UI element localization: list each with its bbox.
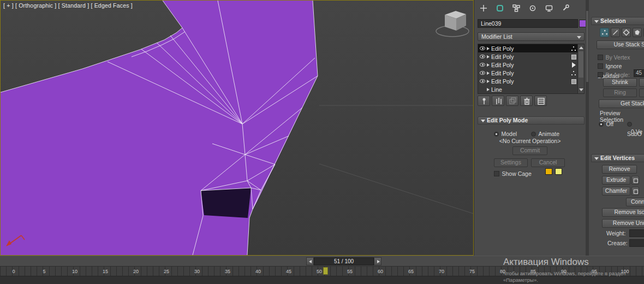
panel-scrollbar[interactable] bbox=[586, 0, 589, 256]
modifier-stack-row[interactable]: Edit Poly bbox=[478, 52, 578, 61]
eye-icon[interactable] bbox=[480, 46, 485, 50]
motion-tab[interactable] bbox=[527, 2, 539, 14]
next-frame-button[interactable] bbox=[374, 257, 381, 265]
border-subobject-icon[interactable] bbox=[622, 28, 631, 37]
ruler-tick-label: 85 bbox=[530, 269, 536, 274]
modifier-list-dropdown[interactable]: Modifier List bbox=[478, 32, 585, 41]
expand-icon[interactable] bbox=[487, 55, 490, 58]
scroll-down-icon[interactable] bbox=[579, 88, 583, 91]
ruler-tick-label: 35 bbox=[225, 269, 230, 274]
selection-rollout-header[interactable]: Selection bbox=[591, 17, 644, 25]
viewport-label[interactable]: [ + ] [ Orthographic ] [ Standard ] [ Ed… bbox=[3, 2, 133, 9]
chamfer-button[interactable]: Chamfer bbox=[602, 187, 630, 196]
checkbox-icon bbox=[598, 63, 603, 69]
remove-isolated-button[interactable]: Remove Isolat bbox=[602, 208, 644, 217]
utilities-tab[interactable] bbox=[559, 2, 571, 14]
extrude-button[interactable]: Extrude bbox=[602, 176, 630, 185]
loop-button[interactable] bbox=[639, 88, 644, 97]
rollout-collapse-icon bbox=[594, 20, 599, 23]
polygon-subobject-icon[interactable] bbox=[633, 28, 642, 37]
rollout-title: Selection bbox=[600, 17, 626, 24]
object-name-field[interactable]: Line039 bbox=[478, 19, 578, 28]
arrow-icon bbox=[571, 62, 576, 68]
remove-modifier-button[interactable] bbox=[520, 96, 533, 106]
vertex-subobject-icon[interactable] bbox=[600, 28, 609, 37]
viewport[interactable]: [ + ] [ Orthographic ] [ Standard ] [ Ed… bbox=[0, 0, 474, 256]
ruler-tick-label: 50 bbox=[317, 269, 322, 274]
time-slider-value[interactable]: 51 / 100 bbox=[314, 257, 374, 265]
timeline-ruler[interactable]: 0510152025303540455055606570758085909510… bbox=[0, 266, 644, 276]
make-unique-button[interactable] bbox=[506, 96, 518, 106]
previous-frame-button[interactable] bbox=[306, 257, 314, 265]
edit-vertices-rollout-header[interactable]: Edit Vertices bbox=[591, 154, 644, 162]
commit-button[interactable]: Commit bbox=[512, 146, 547, 155]
crease-spinner[interactable] bbox=[629, 239, 644, 247]
track-bar[interactable] bbox=[0, 276, 644, 284]
remove-button[interactable]: Remove bbox=[602, 165, 637, 174]
cage-color-swatch-2[interactable] bbox=[555, 168, 562, 175]
ruler-tick-label: 25 bbox=[164, 269, 169, 274]
show-cage-checkbox[interactable]: Show Cage bbox=[494, 168, 532, 178]
display-tab[interactable] bbox=[543, 2, 555, 14]
modifier-stack-row[interactable]: Edit Poly bbox=[478, 61, 578, 69]
eye-icon[interactable] bbox=[480, 55, 485, 58]
modifier-stack-row[interactable]: Edit Poly bbox=[478, 44, 578, 52]
edit-poly-mode-rollout-header[interactable]: Edit Poly Mode bbox=[478, 116, 585, 125]
modifier-label: Edit Poly bbox=[491, 62, 514, 68]
settings-button[interactable]: Settings bbox=[494, 158, 528, 167]
modify-tab[interactable] bbox=[494, 2, 506, 14]
modifier-label: Edit Poly bbox=[491, 45, 514, 52]
ruler-tick-label: 60 bbox=[378, 269, 383, 274]
get-stack-selection-button[interactable]: Get Stack S bbox=[599, 99, 644, 108]
cancel-button[interactable]: Cancel bbox=[531, 158, 565, 167]
ruler-tick-label: 5 bbox=[43, 269, 45, 274]
viewcube[interactable] bbox=[436, 11, 469, 37]
show-end-result-button[interactable] bbox=[492, 96, 504, 106]
eye-icon[interactable] bbox=[480, 79, 485, 83]
eye-icon[interactable] bbox=[480, 63, 485, 67]
pin-stack-button[interactable] bbox=[478, 96, 490, 106]
expand-icon[interactable] bbox=[487, 80, 490, 83]
configure-modifier-sets-button[interactable] bbox=[534, 96, 547, 106]
ruler-tick-label: 95 bbox=[592, 269, 597, 274]
time-slider-strip[interactable]: 51 / 100 bbox=[0, 256, 644, 266]
remove-unused-button[interactable]: Remove Unuse bbox=[602, 219, 644, 228]
checkbox-icon bbox=[598, 72, 603, 78]
expand-icon[interactable] bbox=[487, 63, 490, 67]
stack-scrollbar[interactable] bbox=[577, 44, 584, 93]
scroll-up-icon[interactable] bbox=[579, 46, 583, 49]
model-radio[interactable]: Model bbox=[494, 128, 517, 138]
cage-color-swatch-1[interactable] bbox=[545, 168, 552, 175]
animate-radio[interactable]: Animate bbox=[531, 128, 559, 138]
ring-button[interactable]: Ring bbox=[603, 88, 637, 97]
scroll-thumb[interactable] bbox=[579, 51, 583, 78]
current-frame-marker[interactable] bbox=[323, 267, 328, 275]
weight-spinner[interactable] bbox=[629, 229, 644, 237]
modifier-stack-row[interactable]: Edit Poly bbox=[478, 77, 578, 85]
ruler-tick-label: 80 bbox=[500, 269, 505, 274]
rollout-title: Edit Vertices bbox=[600, 155, 635, 161]
preview-off-radio[interactable]: Off bbox=[599, 119, 613, 128]
ruler-tick-label: 70 bbox=[439, 269, 444, 274]
modifier-stack-row[interactable]: Edit Poly bbox=[478, 69, 578, 77]
by-angle-spinner[interactable]: 45 bbox=[634, 69, 644, 77]
hierarchy-tab[interactable] bbox=[510, 2, 522, 14]
expand-icon[interactable] bbox=[487, 88, 490, 91]
use-stack-selection-button[interactable]: Use Stack Selec bbox=[597, 40, 644, 49]
modifier-stack-row[interactable]: Line bbox=[478, 85, 578, 93]
shrink-button[interactable]: Shrink bbox=[603, 78, 637, 87]
radio-icon bbox=[494, 132, 499, 137]
chamfer-settings-button[interactable] bbox=[631, 187, 639, 196]
expand-icon[interactable] bbox=[487, 72, 490, 75]
eye-icon[interactable] bbox=[480, 71, 485, 75]
connect-button[interactable]: Conne bbox=[626, 198, 644, 206]
create-tab[interactable] bbox=[478, 2, 490, 14]
extrude-settings-button[interactable] bbox=[631, 176, 639, 185]
time-slider-grip[interactable]: 51 / 100 bbox=[306, 257, 381, 265]
expand-icon[interactable] bbox=[487, 47, 490, 50]
left-arrow-icon bbox=[309, 260, 312, 263]
grow-button[interactable] bbox=[639, 78, 644, 87]
selection-count-label: 0 Ve bbox=[631, 128, 642, 135]
by-vertex-label: By Vertex bbox=[605, 54, 630, 61]
edge-subobject-icon[interactable] bbox=[611, 28, 620, 37]
